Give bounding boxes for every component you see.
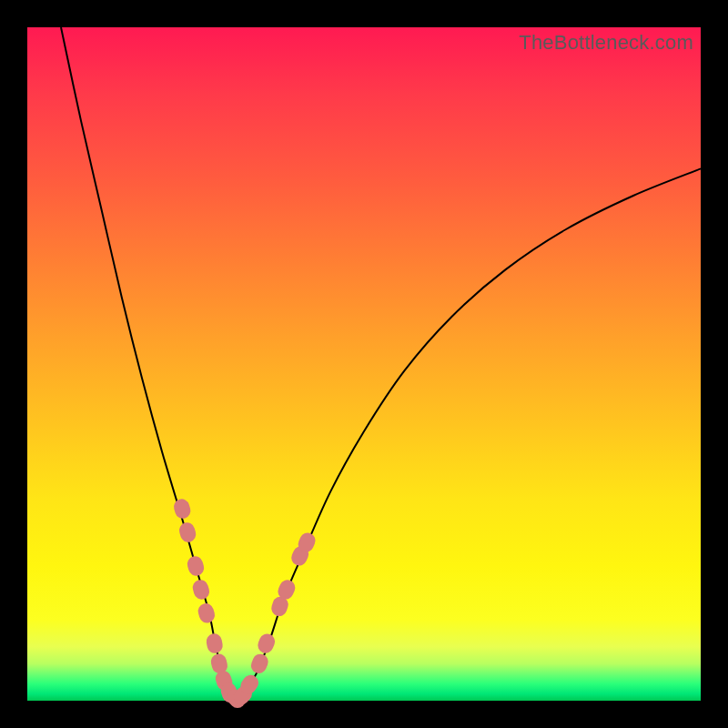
curve-marker bbox=[197, 602, 217, 624]
curve-marker bbox=[186, 554, 206, 577]
curve-marker bbox=[248, 652, 270, 675]
chart-overlay bbox=[27, 27, 701, 701]
chart-frame: TheBottleneck.com bbox=[0, 0, 728, 728]
curve-marker bbox=[191, 578, 211, 601]
curve-marker bbox=[256, 632, 278, 655]
curve-markers bbox=[172, 497, 318, 711]
plot-area: TheBottleneck.com bbox=[27, 27, 701, 701]
curve-marker bbox=[172, 497, 193, 521]
bottleneck-curve bbox=[61, 27, 701, 701]
curve-marker bbox=[177, 521, 197, 543]
curve-marker bbox=[205, 632, 224, 655]
